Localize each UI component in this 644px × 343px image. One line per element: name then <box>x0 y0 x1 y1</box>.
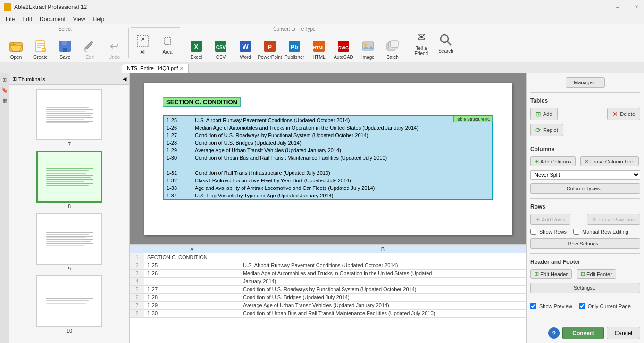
save-button[interactable]: Save <box>53 34 77 64</box>
svg-text:DWG: DWG <box>338 45 349 50</box>
erase-column-line-button[interactable]: ✕ Erase Column Line <box>580 156 639 166</box>
svg-rect-16 <box>164 38 171 44</box>
search-icon <box>438 33 453 48</box>
replot-button[interactable]: ⟳ Replot <box>530 124 563 136</box>
menu-edit[interactable]: Edit <box>18 15 36 24</box>
delete-table-button[interactable]: ✕ Delete <box>607 108 640 120</box>
edit-header-label: Edit Header <box>540 271 568 277</box>
word-button[interactable]: W Word <box>233 34 258 64</box>
tab-close-icon[interactable]: ✕ <box>180 66 184 71</box>
svg-rect-15 <box>137 35 149 47</box>
maximize-button[interactable]: □ <box>623 3 631 11</box>
thumb-label-10: 10 <box>67 328 72 334</box>
settings-button[interactable]: Settings... <box>530 283 640 293</box>
side-icon-bookmark[interactable]: 🔖 <box>0 86 9 94</box>
edit-button[interactable]: Edit <box>77 34 102 64</box>
edit-label: Edit <box>85 55 93 60</box>
autocad-button[interactable]: DWG AutoCAD <box>331 34 356 64</box>
convert-section: Convert to File Type X Excel CSV CSV W W… <box>184 26 405 60</box>
tell-friend-button[interactable]: ✉ Tell a Friend <box>409 26 434 59</box>
never-split-select[interactable]: Never Split Always Split <box>530 170 640 180</box>
table-row: 1-28Condition of U.S. Bridges (Updated J… <box>164 139 492 147</box>
only-current-page-checkbox[interactable] <box>579 303 585 309</box>
edit-footer-icon: ⊞ <box>581 271 585 277</box>
columns-row: ⊞ Add Columns ✕ Erase Column Line <box>530 156 640 166</box>
settings-label: Settings... <box>574 285 597 291</box>
create-label: Create <box>33 55 48 60</box>
open-button[interactable]: Open <box>4 34 28 64</box>
erase-column-label: Erase Column Line <box>590 159 635 164</box>
thumbnail-page-9[interactable]: 9 <box>36 213 102 271</box>
search-button[interactable]: Search <box>434 26 458 59</box>
table-row: 1-29Average Age of Urban Transit Vehicle… <box>164 147 492 154</box>
thumb-img-7 <box>36 89 102 140</box>
preview-row: 61-28Condition of U.S. Bridges (Updated … <box>130 294 526 302</box>
add-rows-button[interactable]: ⊞ Add Rows <box>530 214 570 225</box>
pdf-viewer[interactable]: SECTION C. CONDITION Table Structure #1 … <box>130 74 526 244</box>
html-button[interactable]: HTML HTML <box>307 34 331 64</box>
manage-button[interactable]: Manage... <box>566 77 605 88</box>
content-area: SECTION C. CONDITION Table Structure #1 … <box>130 74 526 343</box>
menu-help[interactable]: Help <box>89 15 109 24</box>
row-settings-label: Row Settings... <box>568 241 603 246</box>
excel-icon: X <box>189 39 204 54</box>
csv-button[interactable]: CSV CSV <box>209 34 233 64</box>
convert-button[interactable]: Convert <box>562 327 603 339</box>
undo-button[interactable]: ↩ Undo <box>102 34 126 64</box>
sep-rp1 <box>530 92 640 93</box>
thumbnail-collapse-btn[interactable]: ◀ <box>123 76 126 82</box>
right-panel: Manage... Tables ⊞ Add ✕ Delete ⟳ Replot… <box>526 74 644 343</box>
erase-row-line-button[interactable]: ✕ Erase Row Line <box>587 214 640 225</box>
area-label: Area <box>162 49 172 55</box>
close-button[interactable]: ✕ <box>633 3 640 11</box>
table-row: 1-32Class I Railroad Locomotive Fleet by… <box>164 177 492 184</box>
add-rows-icon: ⊞ <box>535 216 540 222</box>
area-button[interactable]: Area <box>155 29 180 59</box>
manual-row-editing-checkbox[interactable] <box>573 229 579 235</box>
data-preview: A B 1SECTION C. CONDITION 21-25U.S. Airp… <box>130 244 526 343</box>
save-icon <box>58 39 73 54</box>
thumbnail-page-7[interactable]: 7 <box>36 89 102 147</box>
batch-icon <box>385 39 400 54</box>
row-settings-button[interactable]: Row Settings... <box>530 238 640 249</box>
edit-footer-button[interactable]: ⊞ Edit Footer <box>577 269 616 279</box>
excel-button[interactable]: X Excel <box>184 34 209 64</box>
header-footer-title: Header and Footer <box>530 259 640 265</box>
powerpoint-label: PowerPoint <box>258 55 282 60</box>
pdf-tab[interactable]: NTS_Entire_14Q3.pdf ✕ <box>122 64 189 73</box>
menu-view[interactable]: View <box>69 15 89 24</box>
column-types-button[interactable]: Column Types... <box>530 183 640 194</box>
show-rows-checkbox[interactable] <box>530 229 536 235</box>
batch-label: Batch <box>386 55 399 60</box>
thumbnail-page-10[interactable]: 10 <box>36 275 102 334</box>
publisher-button[interactable]: Pb Publisher <box>282 34 307 64</box>
add-table-icon: ⊞ <box>535 110 541 118</box>
create-button[interactable]: Create <box>28 34 53 64</box>
pdf-table: 1-25U.S. Airport Runway Pavement Conditi… <box>164 116 492 199</box>
show-preview-row: Show Preview Only Current Page <box>530 303 640 309</box>
image-button[interactable]: Image <box>356 34 380 64</box>
select-mode-section: All Area <box>131 26 180 60</box>
show-preview-checkbox[interactable] <box>530 303 536 309</box>
table-row: 1-33Age and Availability of Amtrak Locom… <box>164 184 492 192</box>
delete-table-label: Delete <box>620 111 635 117</box>
column-types-label: Column Types... <box>567 186 604 191</box>
side-icon-pages[interactable]: ⊞ <box>0 75 9 84</box>
add-table-label: Add <box>543 111 552 117</box>
menu-file[interactable]: File <box>2 15 18 24</box>
add-table-button[interactable]: ⊞ Add <box>530 108 558 120</box>
menu-document[interactable]: Document <box>36 15 69 24</box>
thumbnail-page-8[interactable]: 8 <box>36 151 102 209</box>
help-button[interactable]: ? <box>548 327 560 339</box>
powerpoint-button[interactable]: P PowerPoint <box>258 34 282 64</box>
sep-rp3 <box>530 198 640 199</box>
edit-header-button[interactable]: ⊞ Edit Header <box>530 269 572 279</box>
side-icon-select[interactable]: ▦ <box>0 96 9 105</box>
cancel-button[interactable]: Cancel <box>607 327 640 339</box>
add-columns-button[interactable]: ⊞ Add Columns <box>530 156 576 166</box>
app-logo <box>4 3 11 11</box>
batch-button[interactable]: Batch <box>380 34 405 64</box>
minimize-button[interactable]: – <box>614 3 621 11</box>
toolbar: Select Open Create Save <box>0 24 644 62</box>
all-button[interactable]: All <box>131 29 155 59</box>
